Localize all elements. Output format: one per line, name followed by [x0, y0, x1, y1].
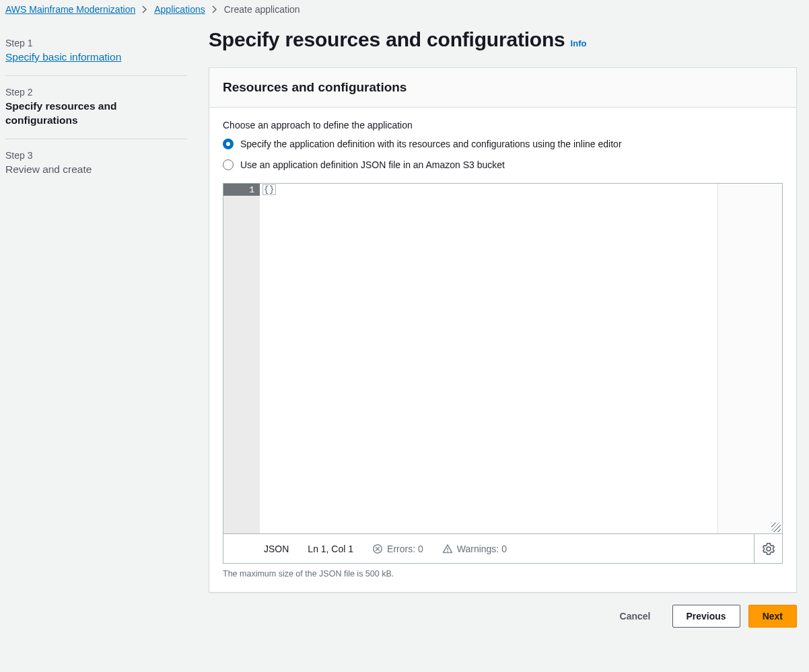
editor-overview-ruler	[717, 184, 782, 533]
wizard-step-2: Step 2 Specify resources and configurati…	[5, 76, 187, 139]
svg-point-2	[447, 550, 448, 552]
wizard-footer: Cancel Previous Next	[209, 593, 797, 634]
approach-label: Choose an approach to define the applica…	[223, 120, 783, 130]
step-label: Step 2	[5, 80, 187, 98]
breadcrumb: AWS Mainframe Modernization Applications…	[0, 0, 809, 20]
status-language: JSON	[264, 544, 289, 554]
breadcrumb-root[interactable]: AWS Mainframe Modernization	[5, 4, 135, 15]
step-title: Specify resources and configurations	[5, 99, 187, 128]
step-label: Step 1	[5, 38, 187, 48]
chevron-right-icon	[212, 5, 217, 13]
breadcrumb-mid[interactable]: Applications	[154, 4, 205, 15]
breadcrumb-current: Create application	[224, 4, 300, 15]
editor-settings-button[interactable]	[754, 534, 782, 563]
page-title: Specify resources and configurations	[209, 28, 565, 51]
gear-icon	[763, 543, 775, 555]
cancel-button[interactable]: Cancel	[606, 605, 664, 628]
radio-label: Specify the application definition with …	[240, 137, 622, 151]
status-errors: Errors: 0	[372, 544, 423, 554]
radio-s3-file[interactable]: Use an application definition JSON file …	[223, 157, 783, 174]
resize-handle-icon[interactable]	[771, 523, 781, 532]
radio-icon[interactable]	[223, 139, 234, 149]
radio-inline-editor[interactable]: Specify the application definition with …	[223, 136, 783, 153]
chevron-right-icon	[142, 5, 147, 13]
json-editor[interactable]: 1 {}	[223, 183, 783, 534]
status-position: Ln 1, Col 1	[308, 544, 353, 554]
error-circle-icon	[372, 544, 383, 554]
approach-radiogroup: Specify the application definition with …	[223, 136, 783, 174]
panel-title: Resources and configurations	[223, 80, 783, 95]
status-warnings: Warnings: 0	[442, 544, 507, 554]
editor-statusbar: JSON Ln 1, Col 1 Errors: 0 Warnings: 0	[223, 534, 783, 564]
info-link[interactable]: Info	[571, 38, 587, 48]
wizard-step-3: Step 3 Review and create	[5, 139, 187, 188]
line-number: 1	[223, 184, 260, 196]
editor-gutter: 1	[223, 184, 260, 533]
step-label: Step 3	[5, 143, 187, 161]
editor-content[interactable]: {}	[262, 184, 276, 195]
radio-label: Use an application definition JSON file …	[240, 158, 505, 172]
resources-panel: Resources and configurations Choose an a…	[209, 67, 797, 593]
radio-icon[interactable]	[223, 159, 234, 170]
warning-triangle-icon	[442, 544, 453, 554]
step-title[interactable]: Specify basic information	[5, 50, 187, 65]
helper-text: The maximum size of the JSON file is 500…	[223, 569, 783, 578]
wizard-step-1[interactable]: Step 1 Specify basic information	[5, 34, 187, 76]
wizard-steps: Step 1 Specify basic information Step 2 …	[5, 20, 187, 188]
editor-textarea[interactable]: {}	[260, 184, 782, 533]
step-title: Review and create	[5, 162, 187, 177]
next-button[interactable]: Next	[748, 605, 797, 628]
previous-button[interactable]: Previous	[672, 605, 740, 628]
panel-header: Resources and configurations	[209, 68, 796, 108]
